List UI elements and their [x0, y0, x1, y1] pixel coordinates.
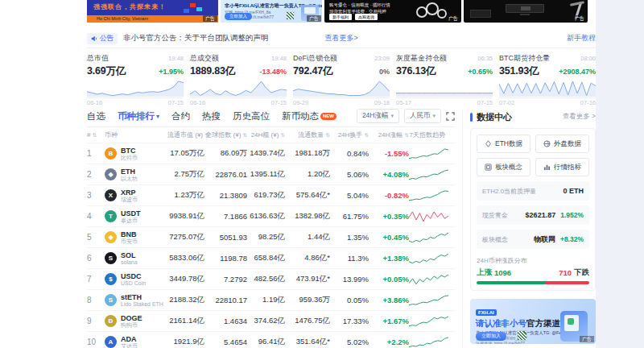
coin-icon: S [105, 294, 117, 306]
coin-cell[interactable]: S stETH Lido Staked ETH [105, 293, 167, 308]
table-row[interactable]: 3 X XRP 瑞波币 1.23万亿 21.3809 619.73亿 575.6… [87, 185, 455, 206]
table-header-cell[interactable]: 流通数量 ⇅ [285, 130, 330, 139]
external-markets-button[interactable]: 外盘数据 [535, 135, 589, 153]
stat-time: 08:00 [580, 55, 596, 62]
info-row[interactable]: 板块概念 物联网 +8.32% [477, 230, 589, 249]
stat-card[interactable]: 总市值 19:48 3.69万亿 +1.95% 06-16 07-15 [87, 53, 184, 103]
ad-banner-1[interactable]: 强强联合，共探未来！ Ho Chi Minh City, Vietnam 广告 [87, 0, 218, 23]
coin-cell[interactable]: B BTC 比特币 [105, 147, 167, 161]
table-header-cell[interactable]: 全球指数 (¥) ⇅ [204, 130, 247, 139]
table-row[interactable]: 4 T USDT 泰达币 9938.91亿 7.1866 6136.63亿 13… [87, 206, 455, 227]
sort-filter-dropdown[interactable]: 24H涨幅 ▾ [357, 109, 399, 123]
page-content: 强强联合，共探未来！ Ho Chi Minh City, Vietnam 广告 … [87, 0, 596, 348]
stat-title: 灰度基金持仓额 [396, 53, 447, 64]
ad-button[interactable]: 立即加入 [225, 13, 252, 20]
table-row[interactable]: 9 Ð DOGE 狗狗币 2161.14亿 1.4634 374.62亿 147… [87, 311, 455, 332]
info-row[interactable]: 现货黄金 $2621.87 1.952% [477, 205, 589, 225]
ad-banner-2[interactable]: 非小号FXH.AI认准官方唯一负责人TG: @Feixiaohaomak 官网:… [221, 0, 322, 23]
tab-item[interactable]: 热搜 [202, 110, 221, 122]
market-cap-cell: 7275.07亿 [167, 232, 204, 242]
volume-cell: 658.84亿 [247, 253, 285, 263]
table-header-cell[interactable]: 币种 [105, 130, 167, 139]
announcement-more-link[interactable]: 查看更多> [325, 33, 358, 44]
coin-cell[interactable]: ◆ ETH 以太坊 [105, 168, 167, 182]
tab-item[interactable]: 币种排行 ▾ [118, 110, 159, 122]
coin-icon: $ [105, 273, 117, 285]
table-header-cell[interactable]: 7天指数趋势 [409, 130, 455, 139]
table-header-cell[interactable]: # ⇅ [87, 131, 105, 139]
coin-cell[interactable]: Ð DOGE 狗狗币 [105, 314, 167, 329]
sidebar-ad-banner[interactable]: FXH.AI 请认准非小号官方渠道 非小号FXH.AI认准官方唯一负责人TG: … [470, 299, 596, 344]
stat-time: 23:09 [374, 55, 390, 62]
market-cap-cell: 9938.91亿 [167, 211, 204, 222]
tab-item[interactable]: 合约 [171, 110, 190, 122]
table-row[interactable]: 8 S stETH Lido Staked ETH 2188.32亿 22810… [87, 290, 455, 311]
ad-footer: Ho Chi Minh City, Vietnam [87, 15, 218, 23]
coin-name: 艾达币 [121, 343, 138, 348]
stat-card[interactable]: 总成交额 19:48 1889.83亿 -13.48% 06-16 07-15 [190, 53, 287, 103]
table-row[interactable]: 10 A ADA 艾达币 1921.9亿 5.4654 96.41亿 351.6… [87, 332, 455, 348]
info-label: 现货黄金 [482, 211, 508, 220]
ad-button[interactable]: 立即加入 [476, 332, 506, 341]
stat-card[interactable]: BTC期货持仓量 08:00 351.93亿 +2908.47% 07-02 0… [499, 53, 596, 103]
ad-banner-4[interactable]: 广告 [464, 0, 588, 23]
button-label: 外盘数据 [554, 139, 581, 149]
coin-name: 泰达币 [121, 218, 141, 224]
ad-banner-3[interactable]: 账号爆仓 · 信用额度 · 循环行情 现货套利零手续费 · 交易纯粹 新手福利 … [324, 0, 461, 23]
coin-cell[interactable]: S SOL solana [105, 251, 167, 266]
stat-card[interactable]: 灰度基金持仓额 06:35 376.13亿 +0.65% 05-17 07-15 [396, 53, 493, 103]
sector-concept-button[interactable]: 板块概念 [477, 158, 530, 176]
supply-cell: 473.91亿* [285, 274, 330, 284]
supply-cell: 1476.75亿 [285, 316, 330, 326]
coin-cell[interactable]: ◆ BNB 币安币 [105, 230, 167, 245]
eth-data-button[interactable]: ETH数据 [477, 135, 530, 153]
coin-cell[interactable]: A ADA 艾达币 [105, 335, 167, 348]
data-center-more-link[interactable]: 查看更多 > [563, 112, 596, 122]
tutorial-link[interactable]: 新手教程 [567, 33, 596, 44]
coin-name: solana [121, 259, 138, 266]
ad-graphic [184, 9, 189, 13]
fullscreen-icon[interactable] [446, 112, 455, 121]
column-label: 7天指数趋势 [410, 131, 445, 139]
announcement-text[interactable]: 非小号官方公告：关于平台团队调整的声明 [123, 33, 269, 44]
ad-pill: 新手福利 [329, 14, 352, 20]
down-label: 下跌 [574, 267, 589, 278]
table-header-cell[interactable]: 24H换手 ⇅ [330, 130, 369, 139]
volume-cell: 6136.63亿 [247, 211, 285, 222]
info-label: 板块概念 [482, 235, 508, 244]
info-row[interactable]: ETH2.0当前质押量 0 ETH [477, 181, 589, 201]
button-label: ETH数据 [495, 139, 522, 149]
table-row[interactable]: 5 ◆ BNB 币安币 7275.07亿 5051.93 98.25亿 1.44… [87, 227, 455, 248]
tab-item[interactable]: 历史高位 [233, 110, 270, 122]
table-header-cell[interactable]: 24H涨幅 ⇅ [369, 130, 409, 139]
rank-cell: 3 [87, 191, 105, 200]
volume-cell: 482.56亿 [247, 274, 285, 284]
stat-card[interactable]: DeFi总锁仓额 23:09 792.47亿 0% 09-29 09-18 [293, 53, 390, 103]
stat-value: 376.13亿 [396, 64, 436, 78]
volume-cell: 1.19亿 [247, 295, 285, 305]
table-row[interactable]: 7 $ USDC USD Coin 3449.78亿 7.2792 482.56… [87, 269, 455, 290]
stat-title: DeFi总锁仓额 [293, 53, 337, 64]
market-indicator-button[interactable]: 行情指标 [535, 158, 589, 176]
ranking-panel: 自选 币种排行 ▾ 合约 [87, 110, 455, 348]
change-cell: +0.05% [369, 275, 409, 284]
coin-cell[interactable]: T USDT 泰达币 [105, 209, 167, 224]
supply-cell: 1382.98亿 [285, 211, 330, 222]
table-header-cell[interactable]: 24H额 (¥) ⇅ [247, 130, 285, 139]
trend-sparkline [409, 210, 455, 222]
table-row[interactable]: 2 ◆ ETH 以太坊 2.75万亿 22876.01 1395.11亿 1.2… [87, 164, 455, 185]
currency-label: 人民币 [410, 111, 431, 121]
coin-cell[interactable]: X XRP 瑞波币 [105, 188, 167, 203]
rank-cell: 7 [87, 275, 105, 284]
table-header-cell[interactable]: 流通市值 (¥) ⇅ [167, 130, 204, 139]
currency-dropdown[interactable]: 人民币 ▾ [404, 109, 441, 123]
stat-date-from: 06-16 [87, 99, 102, 106]
table-row[interactable]: 6 S SOL solana 5833.06亿 1198.78 658.84亿 … [87, 248, 455, 269]
tab-item[interactable]: 新币动态 NEW [282, 110, 336, 122]
table-row[interactable]: 1 B BTC 比特币 17.05万亿 86.09万 1439.74亿 1981… [87, 143, 455, 164]
coin-name: 以太坊 [121, 176, 138, 182]
coin-cell[interactable]: $ USDC USD Coin [105, 272, 167, 287]
tab-item[interactable]: 自选 [87, 110, 105, 122]
stat-mini-chart [87, 79, 184, 97]
coin-symbol: USDT [121, 209, 141, 218]
